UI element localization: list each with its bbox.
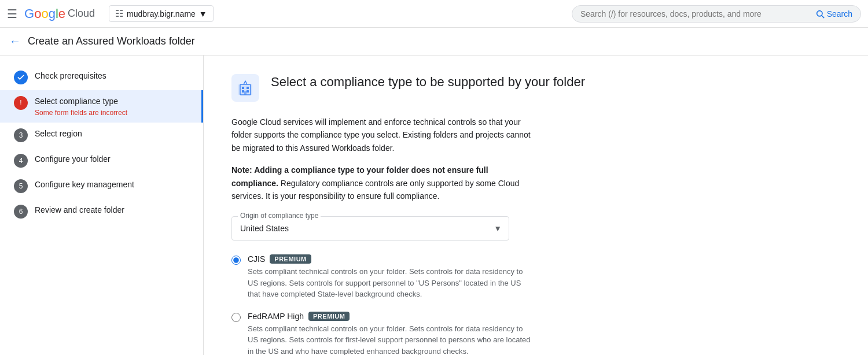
step-4-label: Configure your folder: [35, 154, 189, 165]
content-note: Note: Adding a compliance type to your f…: [231, 164, 532, 202]
project-selector[interactable]: ☷ mudbray.bigr.name ▼: [109, 5, 214, 22]
content-description: Google Cloud services will implement and…: [231, 116, 532, 154]
origin-label: Origin of compliance type: [238, 212, 321, 220]
search-bar: Search: [572, 5, 861, 23]
main-layout: Check prerequisites ! Select compliance …: [0, 56, 868, 355]
step-2-error: Some form fields are incorrect: [35, 109, 189, 117]
sidebar: Check prerequisites ! Select compliance …: [0, 56, 204, 355]
step-6-indicator: 6: [14, 205, 28, 219]
back-button[interactable]: ←: [9, 35, 21, 48]
origin-form-group: Origin of compliance type United States …: [231, 216, 509, 241]
search-button[interactable]: Search: [815, 9, 852, 19]
search-label: Search: [827, 9, 852, 19]
folder-icon: ☷: [115, 8, 123, 19]
sidebar-item-review-create[interactable]: 6 Review and create folder: [0, 199, 203, 224]
origin-select[interactable]: United States European Union Other: [232, 217, 509, 240]
radio-fedramp-high-label: FedRAMP High: [248, 312, 304, 321]
radio-item-cjis: CJIS PREMIUM Sets compliant technical co…: [231, 254, 532, 300]
chevron-down-icon: ▼: [199, 9, 207, 19]
sidebar-item-configure-key[interactable]: 5 Configure key management: [0, 173, 203, 199]
svg-rect-4: [242, 87, 244, 89]
step-6-label: Review and create folder: [35, 205, 189, 216]
svg-rect-6: [242, 90, 244, 93]
building-icon: [236, 79, 255, 97]
svg-line-1: [822, 16, 824, 18]
sidebar-item-select-region[interactable]: 3 Select region: [0, 123, 203, 148]
workloads-icon: [231, 74, 259, 102]
step-done-indicator: [14, 71, 28, 84]
content-header: Select a compliance type to be supported…: [231, 74, 840, 102]
radio-fedramp-high[interactable]: [231, 313, 241, 322]
radio-cjis-desc: Sets compliant technical controls on you…: [248, 266, 532, 300]
step-3-label: Select region: [35, 128, 189, 140]
sidebar-item-check-prerequisites[interactable]: Check prerequisites: [0, 65, 203, 90]
sub-header: ← Create an Assured Workloads folder: [0, 28, 868, 56]
radio-cjis-label: CJIS: [248, 254, 265, 264]
step-5-label: Configure key management: [35, 179, 189, 191]
compliance-radio-group: CJIS PREMIUM Sets compliant technical co…: [231, 254, 532, 355]
radio-fedramp-high-desc: Sets compliant technical controls on you…: [248, 323, 532, 355]
page-title: Create an Assured Workloads folder: [28, 35, 195, 47]
cloud-label: Cloud: [68, 8, 95, 20]
step-1-label: Check prerequisites: [35, 71, 189, 82]
badge-cjis-premium: PREMIUM: [270, 254, 311, 264]
svg-rect-7: [247, 90, 249, 93]
project-name: mudbray.bigr.name: [127, 9, 196, 19]
svg-rect-8: [244, 91, 247, 95]
step-4-indicator: 4: [14, 154, 28, 168]
badge-fedramp-high-premium: PREMIUM: [308, 312, 350, 321]
menu-icon[interactable]: ☰: [7, 7, 17, 21]
search-input[interactable]: [580, 9, 811, 19]
content-title: Select a compliance type to be supported…: [271, 74, 585, 91]
step-error-indicator: !: [14, 96, 28, 110]
step-2-label: Select compliance type: [35, 96, 189, 108]
step-3-indicator: 3: [14, 128, 28, 142]
sidebar-item-configure-folder[interactable]: 4 Configure your folder: [0, 148, 203, 173]
radio-item-fedramp-high: FedRAMP High PREMIUM Sets compliant tech…: [231, 312, 532, 355]
top-nav: ☰ Google Cloud ☷ mudbray.bigr.name ▼ Sea…: [0, 0, 868, 28]
step-5-indicator: 5: [14, 179, 28, 193]
google-cloud-logo: Google Cloud: [24, 6, 95, 21]
origin-select-wrapper: Origin of compliance type United States …: [231, 216, 509, 241]
svg-rect-5: [247, 87, 249, 89]
radio-cjis[interactable]: [231, 256, 241, 265]
sidebar-item-select-compliance[interactable]: ! Select compliance type Some form field…: [0, 90, 203, 123]
search-icon: [815, 9, 825, 19]
content-area: Select a compliance type to be supported…: [204, 56, 868, 355]
